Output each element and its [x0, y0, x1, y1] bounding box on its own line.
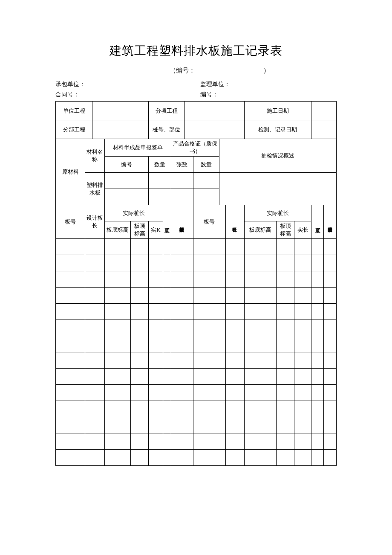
table-cell: [311, 352, 324, 369]
table-cell: [171, 401, 193, 417]
table-cell: [225, 450, 244, 466]
table-cell: [311, 304, 324, 320]
div-project-value: [92, 120, 149, 139]
col-board-no-2: 板号: [193, 205, 226, 239]
table-cell: [311, 336, 324, 352]
mat-number-label: 编号: [105, 157, 149, 173]
col-top-elev-2: 板顶标高: [277, 221, 294, 239]
table-cell: [105, 401, 131, 417]
mat-row2-number: [105, 189, 149, 205]
table-cell: [225, 320, 244, 336]
table-cell: [277, 255, 294, 271]
cert-qty-label: 数量: [193, 157, 219, 173]
table-cell: [163, 450, 171, 466]
table-cell: [105, 304, 131, 320]
mat-qty-label: 数量: [149, 157, 171, 173]
table-cell: [244, 417, 277, 433]
table-cell: [311, 288, 324, 304]
table-cell: [193, 433, 226, 450]
table-cell: [311, 401, 324, 417]
table-cell: [225, 352, 244, 369]
table-cell: [324, 352, 337, 369]
table-cell: [163, 401, 171, 417]
table-cell: [131, 239, 149, 255]
table-cell: [324, 288, 337, 304]
mat-row2-qty2: [193, 189, 219, 205]
table-cell: [149, 433, 163, 450]
mat-name-label: 材料名称: [85, 139, 105, 173]
table-cell: [131, 369, 149, 385]
check-date-label: 检测、记录日期: [244, 120, 311, 139]
table-cell: [225, 239, 244, 255]
table-cell: [171, 336, 193, 352]
table-cell: [163, 288, 171, 304]
table-cell: [149, 239, 163, 255]
table-cell: [163, 239, 171, 255]
table-cell: [294, 369, 311, 385]
table-cell: [171, 433, 193, 450]
table-cell: [171, 369, 193, 385]
table-cell: [193, 450, 226, 466]
table-cell: [294, 401, 311, 417]
table-cell: [277, 450, 294, 466]
table-cell: [85, 433, 105, 450]
table-cell: [171, 288, 193, 304]
table-cell: [244, 239, 277, 255]
table-cell: [56, 352, 85, 369]
table-cell: [85, 239, 105, 255]
table-cell: [277, 433, 294, 450]
table-cell: [105, 320, 131, 336]
table-cell: [244, 320, 277, 336]
paren-open: （: [170, 67, 176, 74]
table-cell: [225, 336, 244, 352]
col-ext-sand-2: 入伸砂垫层长度板: [324, 205, 337, 239]
table-cell: [105, 239, 131, 255]
table-cell: [277, 401, 294, 417]
table-cell: [324, 336, 337, 352]
table-cell: [171, 385, 193, 401]
table-cell: [294, 417, 311, 433]
table-cell: [225, 417, 244, 433]
table-cell: [244, 450, 277, 466]
table-cell: [131, 271, 149, 288]
col-bottom-elev-2: 板底标高: [244, 221, 277, 239]
table-cell: [225, 304, 244, 320]
table-cell: [131, 304, 149, 320]
table-cell: [294, 336, 311, 352]
table-cell: [193, 271, 226, 288]
table-cell: [294, 352, 311, 369]
col-design-board-len: 设计板长: [225, 205, 244, 239]
col-actual-k: 实K: [149, 221, 163, 239]
table-cell: [311, 417, 324, 433]
sub-project-label: 分项工程: [149, 102, 184, 120]
table-cell: [131, 417, 149, 433]
table-cell: [149, 369, 163, 385]
table-cell: [244, 288, 277, 304]
mat-semi-label: 材料半成品申报签单: [105, 139, 171, 157]
table-cell: [131, 288, 149, 304]
table-cell: [105, 352, 131, 369]
spot-check-label: 抽检情况概述: [219, 139, 336, 173]
table-cell: [225, 433, 244, 450]
table-cell: [324, 401, 337, 417]
mat-row2-sheets: [171, 189, 193, 205]
table-cell: [324, 255, 337, 271]
table-cell: [149, 271, 163, 288]
table-cell: [85, 450, 105, 466]
table-cell: [85, 304, 105, 320]
table-cell: [171, 450, 193, 466]
table-cell: [277, 304, 294, 320]
table-cell: [244, 401, 277, 417]
table-cell: [193, 417, 226, 433]
table-cell: [85, 271, 105, 288]
table-cell: [244, 336, 277, 352]
table-cell: [324, 320, 337, 336]
paren-close: ）: [263, 67, 270, 74]
mat-row2-qty: [149, 189, 171, 205]
check-date-value: [311, 120, 337, 139]
table-cell: [56, 288, 85, 304]
table-cell: [149, 320, 163, 336]
col-actual-pile: 实际桩长: [105, 205, 163, 221]
col-vertical: 竖直度: [163, 205, 171, 239]
table-cell: [324, 271, 337, 288]
